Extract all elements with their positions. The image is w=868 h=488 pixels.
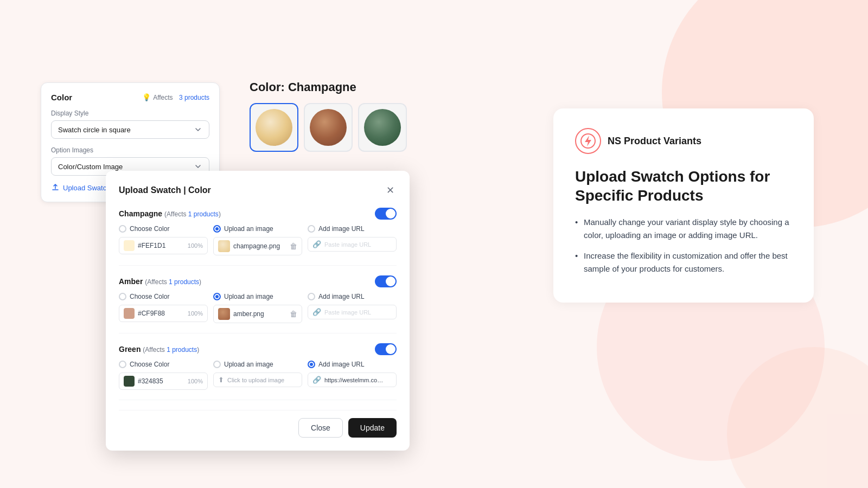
green-color-swatch bbox=[124, 376, 135, 387]
amber-url-input[interactable]: 🔗 Paste image URL bbox=[308, 305, 397, 319]
affects-badge: 💡 Affects 3 products bbox=[142, 93, 209, 101]
amber-name: Amber (Affects 1 products) bbox=[119, 277, 201, 286]
green-row-header: Green (Affects 1 products) bbox=[119, 343, 397, 355]
swatch-amber[interactable] bbox=[304, 103, 353, 152]
amber-color-col: Choose Color #CF9F88 100% bbox=[119, 293, 208, 322]
upload-image-radio-green[interactable]: Upload an image bbox=[213, 361, 302, 368]
brand-header: NS Product Variants bbox=[575, 128, 792, 154]
green-upload-radio bbox=[213, 361, 221, 368]
link-icon-green: 🔗 bbox=[312, 376, 321, 384]
champagne-swatch-circle bbox=[256, 109, 292, 146]
amber-file-input[interactable]: amber.png 🗑 bbox=[213, 305, 302, 323]
brand-logo bbox=[575, 128, 601, 154]
modal-footer: Close Update bbox=[119, 410, 397, 438]
amber-color-input[interactable]: #CF9F88 100% bbox=[119, 305, 208, 322]
upload-radio-selected bbox=[213, 225, 221, 233]
champagne-file-input[interactable]: champagne.png 🗑 bbox=[213, 237, 302, 255]
green-url-radio bbox=[308, 361, 315, 368]
green-color-col: Choose Color #324835 100% bbox=[119, 361, 208, 390]
green-url-input[interactable]: 🔗 https://westelmm.com/collection/li... bbox=[308, 373, 397, 387]
champagne-color-col: Choose Color #FEF1D1 100% bbox=[119, 225, 208, 254]
amber-affects: (Affects 1 products) bbox=[145, 278, 201, 286]
link-icon-champagne: 🔗 bbox=[312, 240, 321, 248]
affects-count: 3 products bbox=[179, 94, 209, 101]
upload-icon-green: ⬆ bbox=[218, 376, 224, 384]
green-url-col: Add image URL 🔗 https://westelmm.com/col… bbox=[308, 361, 397, 387]
url-radio-circle-champagne bbox=[308, 225, 315, 233]
champagne-affects: (Affects 1 products) bbox=[164, 210, 221, 218]
champagne-name: Champagne (Affects 1 products) bbox=[119, 209, 221, 218]
swatch-images-row bbox=[250, 103, 407, 152]
info-bullet-1: Manually change your variant display sty… bbox=[575, 216, 792, 242]
amber-color-radio bbox=[119, 293, 126, 300]
green-name: Green (Affects 1 products) bbox=[119, 345, 199, 354]
champagne-row-header: Champagne (Affects 1 products) bbox=[119, 208, 397, 220]
champagne-trash-icon[interactable]: 🗑 bbox=[290, 242, 297, 251]
info-heading: Upload Swatch Options for Specific Produ… bbox=[575, 167, 792, 205]
display-style-value: Swatch circle in square bbox=[58, 126, 131, 134]
champagne-url-input[interactable]: 🔗 Paste image URL bbox=[308, 237, 397, 252]
add-url-radio-amber[interactable]: Add image URL bbox=[308, 293, 397, 300]
option-images-label: Option Images bbox=[51, 146, 209, 154]
amber-row: Amber (Affects 1 products) Choose Color … bbox=[119, 275, 397, 333]
green-row: Green (Affects 1 products) Choose Color … bbox=[119, 343, 397, 400]
link-icon-amber: 🔗 bbox=[312, 308, 321, 316]
add-url-radio-champagne[interactable]: Add image URL bbox=[308, 225, 397, 233]
amber-upload-radio bbox=[213, 293, 221, 300]
amber-trash-icon[interactable]: 🗑 bbox=[290, 310, 297, 318]
swatch-green[interactable] bbox=[358, 103, 407, 152]
choose-color-radio-circle bbox=[119, 225, 126, 233]
modal-close-button[interactable]: ✕ bbox=[384, 184, 397, 197]
amber-thumb bbox=[218, 308, 230, 320]
amber-url-col: Add image URL 🔗 Paste image URL bbox=[308, 293, 397, 319]
green-toggle[interactable] bbox=[375, 343, 397, 355]
update-button[interactable]: Update bbox=[348, 418, 397, 438]
green-upload-placeholder[interactable]: ⬆ Click to upload image bbox=[213, 373, 302, 387]
chevron-down-icon2 bbox=[194, 162, 202, 171]
affects-text: Affects bbox=[153, 94, 173, 101]
green-swatch-circle bbox=[364, 109, 401, 146]
display-style-label: Display Style bbox=[51, 110, 209, 117]
modal-title: Upload Swatch | Color bbox=[119, 185, 211, 195]
upload-image-radio-amber[interactable]: Upload an image bbox=[213, 293, 302, 300]
upload-swatch-modal: Upload Swatch | Color ✕ Champagne (Affec… bbox=[106, 171, 410, 451]
green-color-input[interactable]: #324835 100% bbox=[119, 373, 208, 390]
champagne-toggle[interactable] bbox=[375, 208, 397, 220]
champagne-options: Choose Color #FEF1D1 100% Upload an imag… bbox=[119, 225, 397, 255]
url-radio-circle-amber bbox=[308, 293, 315, 300]
choose-color-radio[interactable]: Choose Color bbox=[119, 225, 208, 233]
display-style-select[interactable]: Swatch circle in square bbox=[51, 120, 209, 139]
swatch-champagne[interactable] bbox=[250, 103, 298, 152]
upload-image-radio-champagne[interactable]: Upload an image bbox=[213, 225, 302, 233]
info-bullet-2: Increase the flexibility in customizatio… bbox=[575, 249, 792, 275]
close-button[interactable]: Close bbox=[298, 418, 343, 438]
champagne-color-input[interactable]: #FEF1D1 100% bbox=[119, 237, 208, 254]
amber-toggle[interactable] bbox=[375, 275, 397, 287]
preview-section: Color: Champagne bbox=[250, 80, 407, 152]
champagne-upload-col: Upload an image champagne.png 🗑 bbox=[213, 225, 302, 255]
upload-swatch-label: Upload Swatch bbox=[63, 184, 110, 192]
option-images-value: Color/Custom Image bbox=[58, 163, 123, 171]
green-color-radio bbox=[119, 361, 126, 368]
amber-upload-col: Upload an image amber.png 🗑 bbox=[213, 293, 302, 323]
card-header: Color 💡 Affects 3 products bbox=[51, 93, 209, 102]
bulb-icon: 💡 bbox=[142, 93, 151, 101]
brand-logo-icon bbox=[580, 133, 596, 149]
brand-name: NS Product Variants bbox=[608, 136, 701, 147]
champagne-thumb bbox=[218, 240, 230, 252]
info-panel: NS Product Variants Upload Swatch Option… bbox=[553, 108, 814, 303]
upload-icon bbox=[51, 183, 60, 192]
amber-row-header: Amber (Affects 1 products) bbox=[119, 275, 397, 287]
amber-options: Choose Color #CF9F88 100% Upload an imag… bbox=[119, 293, 397, 323]
green-options: Choose Color #324835 100% Upload an imag… bbox=[119, 361, 397, 390]
choose-color-radio-amber[interactable]: Choose Color bbox=[119, 293, 208, 300]
add-url-radio-green[interactable]: Add image URL bbox=[308, 361, 397, 368]
chevron-down-icon bbox=[194, 125, 202, 134]
card-title: Color bbox=[51, 93, 72, 102]
amber-color-swatch bbox=[124, 308, 135, 319]
champagne-color-swatch bbox=[124, 240, 135, 251]
amber-swatch-circle bbox=[310, 109, 347, 146]
preview-title: Color: Champagne bbox=[250, 80, 407, 94]
info-list: Manually change your variant display sty… bbox=[575, 216, 792, 275]
choose-color-radio-green[interactable]: Choose Color bbox=[119, 361, 208, 368]
